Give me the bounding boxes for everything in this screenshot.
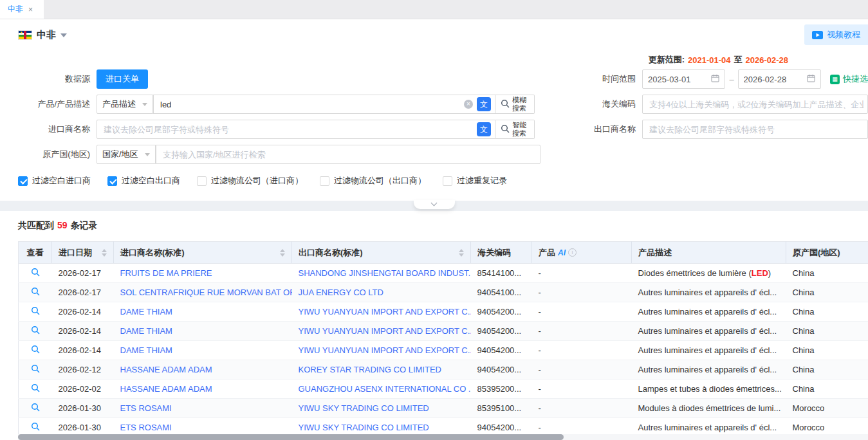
collapse-form-button[interactable] xyxy=(414,200,455,209)
checkbox-icon[interactable] xyxy=(320,176,329,186)
description-cell: Autres luminaires et appareils d' écl... xyxy=(632,302,786,322)
results-table: 查看 进口日期 进口商名称(标准) 出口商名称(标准) 海关编码 xyxy=(18,241,868,437)
importer-cell: DAME THIAM xyxy=(114,302,292,322)
table-row: 2026-01-30 ETS ROSAMI YIWU SKY TRADING C… xyxy=(19,399,868,418)
end-date-input[interactable] xyxy=(738,69,821,89)
origin-country-cell: China xyxy=(786,322,868,341)
view-details-button[interactable] xyxy=(31,345,40,354)
importer-input[interactable] xyxy=(104,125,473,134)
end-date-field[interactable] xyxy=(744,75,802,84)
tab-label: 中非 xyxy=(8,4,23,15)
data-source-import-button[interactable]: 进口关单 xyxy=(97,69,148,89)
view-details-button[interactable] xyxy=(31,364,40,373)
checkbox-icon[interactable] xyxy=(197,176,207,186)
origin-type-select[interactable]: 国家/地区 xyxy=(97,145,156,164)
exporter-link[interactable]: YIWU SKY TRADING CO LIMITED xyxy=(299,423,429,432)
filter-checkbox[interactable]: 过滤重复记录 xyxy=(443,175,507,187)
importer-link[interactable]: HASSANE ADAM ADAM xyxy=(120,384,212,394)
exporter-input[interactable] xyxy=(649,125,863,134)
translate-button[interactable]: 文 xyxy=(477,122,491,136)
data-source-label: 数据源 xyxy=(13,73,90,85)
exporter-link[interactable]: KOREY STAR TRADING CO LIMITED xyxy=(299,365,441,374)
view-details-button[interactable] xyxy=(31,268,40,277)
product-search-input[interactable] xyxy=(160,100,460,109)
importer-link[interactable]: ETS ROSAMI xyxy=(120,423,172,432)
view-details-button[interactable] xyxy=(31,306,40,315)
info-icon[interactable]: i xyxy=(568,248,577,257)
view-details-button[interactable] xyxy=(31,422,40,431)
column-header-description: 产品描述 xyxy=(632,242,786,264)
column-header-importer[interactable]: 进口商名称(标准) xyxy=(114,242,292,264)
fuzzy-search-button[interactable]: 模糊搜索 xyxy=(495,95,535,114)
view-details-button[interactable] xyxy=(31,383,40,392)
importer-link[interactable]: DAME THIAM xyxy=(120,307,172,316)
view-details-button[interactable] xyxy=(31,403,40,412)
importer-link[interactable]: DAME THIAM xyxy=(120,345,172,355)
column-header-product-ai: 产品 AI i xyxy=(532,242,632,264)
description-cell: Autres luminaires et appareils d' écl... xyxy=(632,283,786,302)
exporter-cell: YIWU YUANYUAN IMPORT AND EXPORT C... xyxy=(292,302,471,322)
results-table-body: 2026-02-17 FRUITS DE MA PRIERE SHANDONG … xyxy=(19,264,868,437)
filter-checkbox[interactable]: 过滤物流公司（进口商） xyxy=(197,175,303,187)
results-summary: 共匹配到 59 条记录 xyxy=(18,220,868,232)
hs-code-input[interactable] xyxy=(649,100,863,109)
translate-button[interactable]: 文 xyxy=(477,97,491,111)
import-date-cell: 2026-02-17 xyxy=(52,283,114,302)
exporter-cell: JUA ENERGY CO LTD xyxy=(292,283,471,302)
filter-checkbox[interactable]: 过滤空白进口商 xyxy=(18,175,91,187)
column-header-exporter[interactable]: 出口商名称(标准) xyxy=(292,242,471,264)
clear-input-icon[interactable]: × xyxy=(464,100,473,109)
exporter-link[interactable]: YIWU SKY TRADING CO LIMITED xyxy=(299,403,429,413)
magnifier-icon xyxy=(501,124,510,135)
checkbox-icon[interactable] xyxy=(18,176,28,186)
view-cell xyxy=(19,283,52,302)
product-ai-cell: - xyxy=(532,302,632,322)
column-header-import-date[interactable]: 进口日期 xyxy=(52,242,114,264)
exporter-link[interactable]: YIWU YUANYUAN IMPORT AND EXPORT C... xyxy=(299,307,471,316)
tab-central-africa[interactable]: 中非 × xyxy=(0,0,44,19)
import-date-cell: 2026-01-30 xyxy=(52,399,114,418)
sort-icons[interactable] xyxy=(280,249,285,257)
start-date-input[interactable] xyxy=(642,69,725,89)
summary-prefix: 共匹配到 xyxy=(18,220,54,232)
horizontal-scrollbar-thumb[interactable] xyxy=(18,434,564,440)
exporter-link[interactable]: JUA ENERGY CO LTD xyxy=(299,288,383,297)
quick-select-link[interactable]: ▦ 快捷选 xyxy=(830,73,868,85)
sort-icons[interactable] xyxy=(459,249,464,257)
exporter-link[interactable]: YIWU YUANYUAN IMPORT AND EXPORT C... xyxy=(299,345,471,355)
importer-link[interactable]: FRUITS DE MA PRIERE xyxy=(120,268,212,278)
start-date-field[interactable] xyxy=(648,75,706,84)
sort-icons[interactable] xyxy=(102,249,107,257)
smart-search-button[interactable]: 智能搜索 xyxy=(495,120,535,139)
importer-link[interactable]: HASSANE ADAM ADAM xyxy=(120,365,212,374)
central-african-republic-flag-icon: ★ xyxy=(18,30,32,40)
filter-checkbox[interactable]: 过滤空白出口商 xyxy=(107,175,180,187)
exporter-link[interactable]: GUANGZHOU ASENX INTERNATIONAL CO ... xyxy=(299,384,471,394)
hs-code-cell: 94054200... xyxy=(471,360,532,380)
exporter-link[interactable]: SHANDONG JINSHENGTAI BOARD INDUST... xyxy=(299,268,471,278)
checkbox-label: 过滤物流公司（进口商） xyxy=(211,175,303,187)
importer-link[interactable]: DAME THIAM xyxy=(120,326,172,336)
tab-close-icon[interactable]: × xyxy=(28,6,33,14)
importer-cell: HASSANE ADAM ADAM xyxy=(114,360,292,380)
origin-country-input[interactable] xyxy=(163,150,532,160)
description-cell: Lampes et tubes à diodes émettrices... xyxy=(632,380,786,399)
filter-checkbox[interactable]: 过滤物流公司（出口商） xyxy=(320,175,426,187)
view-details-button[interactable] xyxy=(31,287,40,296)
column-label: 产品 xyxy=(539,247,555,259)
origin-country-label: 原产国(地区) xyxy=(13,149,90,160)
column-label: 查看 xyxy=(27,247,44,259)
date-range-separator: – xyxy=(729,75,734,84)
importer-link[interactable]: SOL CENTRAFRIQUE RUE MORVAN BAT OF... xyxy=(120,288,292,297)
country-selector[interactable]: ★ 中非 xyxy=(18,29,67,41)
checkbox-icon[interactable] xyxy=(107,176,117,186)
view-details-button[interactable] xyxy=(31,325,40,335)
importer-link[interactable]: ETS ROSAMI xyxy=(120,403,172,413)
column-label: 产品描述 xyxy=(638,247,672,259)
view-cell xyxy=(19,341,52,360)
product-type-select[interactable]: 产品描述 xyxy=(97,95,153,114)
exporter-link[interactable]: YIWU YUANYUAN IMPORT AND EXPORT C... xyxy=(299,326,471,336)
checkbox-icon[interactable] xyxy=(443,176,452,186)
quick-select-icon: ▦ xyxy=(830,75,840,84)
video-tutorial-button[interactable]: 视频教程 xyxy=(804,24,868,45)
